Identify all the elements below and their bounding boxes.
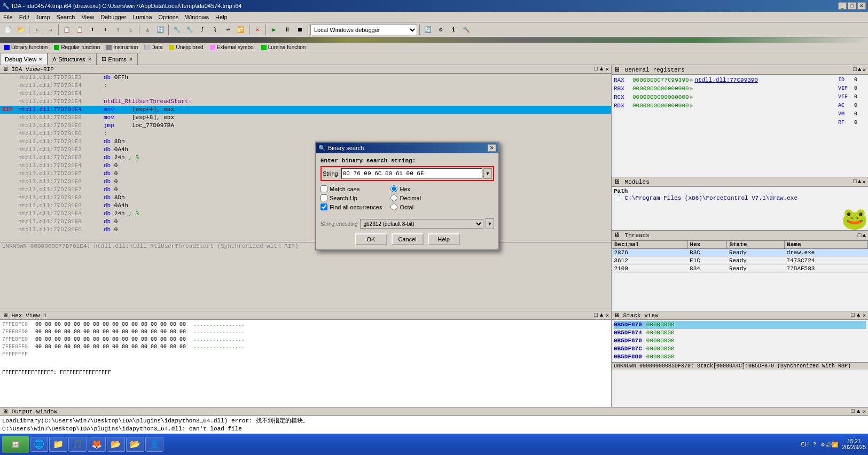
reg-close-btn[interactable]: ✕ (862, 66, 866, 73)
new-button[interactable]: 📄 (2, 24, 14, 36)
check-search-up[interactable] (320, 194, 327, 201)
refresh-button[interactable]: 🔄 (422, 24, 434, 36)
modules-controls[interactable]: □ ▲ ✕ (853, 178, 866, 185)
output-max-btn[interactable]: ▲ (857, 408, 861, 415)
menu-options[interactable]: Options (155, 13, 182, 21)
radio-hex[interactable] (390, 185, 397, 192)
menu-view[interactable]: View (78, 13, 97, 21)
maximize-button[interactable]: □ (848, 2, 856, 10)
tb-btn-9[interactable]: 🔧 (171, 24, 183, 36)
stack-content[interactable]: 0B5DF870 00000000 0B5DF874 00000000 0B5D… (612, 320, 868, 362)
thread-row[interactable]: 2100 834 Ready 77DAF583 (612, 265, 868, 273)
tab-enums-close[interactable]: ✕ (129, 57, 133, 62)
tool-button[interactable]: 🔨 (460, 24, 472, 36)
taskbar-explorer[interactable]: 📁 (49, 437, 67, 452)
tb-btn-2[interactable]: 📋 (74, 24, 85, 36)
dialog-cancel-button[interactable]: Cancel (392, 233, 424, 245)
menu-lumina[interactable]: Lumina (129, 13, 155, 21)
forward-button[interactable]: → (44, 24, 56, 36)
thread-row[interactable]: 3612 E1C Ready 7473C724 (612, 257, 868, 265)
tab-structures-close[interactable]: ✕ (88, 57, 92, 62)
check-find-all[interactable] (320, 203, 327, 210)
check-match-case[interactable] (320, 185, 327, 192)
tb-btn-5[interactable]: ↑ (112, 24, 124, 36)
title-bar-controls[interactable]: _ □ ✕ (838, 2, 866, 10)
tab-enums[interactable]: ⊞ Enums ✕ (97, 53, 138, 65)
tb-btn-8[interactable]: 🔄 (154, 24, 166, 36)
dialog-dropdown-button[interactable]: ▼ (483, 168, 492, 179)
menu-windows[interactable]: Windows (182, 13, 212, 21)
close-button[interactable]: ✕ (857, 2, 866, 10)
tb-btn-11[interactable]: ⤴ (197, 24, 208, 36)
taskbar-firefox[interactable]: 🦊 (88, 437, 106, 452)
menu-debugger[interactable]: Debugger (97, 13, 129, 21)
option-decimal[interactable]: Decimal (390, 194, 421, 201)
tab-structures[interactable]: A Structures ✕ (48, 53, 96, 65)
ida-view-controls[interactable]: □ ▲ ✕ (594, 66, 609, 73)
binary-search-dialog[interactable]: 🔍 Binary search ✕ Enter binary search st… (315, 142, 499, 250)
taskbar-app1[interactable]: 👤 (145, 437, 163, 452)
menu-edit[interactable]: Edit (16, 13, 33, 21)
tb-btn-3[interactable]: ⬆ (87, 24, 98, 36)
menu-help[interactable]: Help (212, 13, 231, 21)
threads-table-wrapper[interactable]: Decimal Hex State Name 2876 B3C Ready (612, 240, 868, 273)
ida-view-close[interactable]: ✕ (605, 66, 609, 73)
debugger-dropdown[interactable]: Local Windows debugger (310, 25, 417, 35)
dialog-close-button[interactable]: ✕ (488, 144, 496, 152)
dialog-ok-button[interactable]: OK (355, 233, 387, 245)
taskbar-media[interactable]: 🎵 (68, 437, 87, 452)
tb-btn-14[interactable]: 🔁 (235, 24, 247, 36)
radio-octal[interactable] (390, 203, 397, 210)
taskbar-ie[interactable]: 🌐 (30, 437, 48, 452)
info-button[interactable]: ℹ (448, 24, 459, 36)
option-find-all[interactable]: Find all occurrences (320, 203, 382, 210)
mod-close-btn[interactable]: ✕ (862, 178, 866, 185)
stack-view-controls[interactable]: □ ▲ ✕ (851, 312, 866, 319)
stop-button[interactable]: ✕ (252, 24, 263, 36)
ida-content[interactable]: ntdll.dll:77D701E3 db 0FFh ntdll.dll:77D… (0, 74, 611, 311)
tb-btn-13[interactable]: ↩ (222, 24, 234, 36)
tb-btn-4[interactable]: ⬇ (99, 24, 111, 36)
menu-file[interactable]: File (0, 13, 16, 21)
tb-btn-7[interactable]: ⚠ (142, 24, 153, 36)
open-button[interactable]: 📂 (15, 24, 27, 36)
thread-row[interactable]: 2876 B3C Ready draw.exe (612, 249, 868, 257)
tb-btn-1[interactable]: 📋 (61, 24, 73, 36)
run-button[interactable]: ▶ (268, 24, 280, 36)
tb-btn-6[interactable]: ↓ (125, 24, 137, 36)
registers-controls[interactable]: □ ▲ ✕ (853, 66, 866, 73)
option-hex[interactable]: Hex (390, 185, 421, 192)
stack-max-btn[interactable]: ▲ (857, 312, 861, 319)
reg-max-btn[interactable]: ▲ (858, 66, 862, 73)
menu-search[interactable]: Search (53, 13, 79, 21)
navigation-strip[interactable] (0, 37, 868, 43)
option-search-up[interactable]: Search Up (320, 194, 382, 201)
dialog-string-input[interactable] (341, 168, 482, 179)
ida-view-max[interactable]: ▲ (600, 66, 604, 73)
hex-content[interactable]: 7FFE0FC0 00 00 00 00 00 00 00 00 00 00 0… (0, 320, 611, 378)
output-close-btn[interactable]: ✕ (862, 408, 866, 415)
option-match-case[interactable]: Match case (320, 185, 382, 192)
dialog-encoding-select[interactable]: gb2312 (default 8-bit) (360, 219, 484, 229)
settings-button[interactable]: ⚙ (435, 24, 447, 36)
pause-button[interactable]: ⏸ (281, 24, 293, 36)
back-button[interactable]: ← (32, 24, 43, 36)
ida-view-float[interactable]: □ (594, 66, 598, 73)
hex-view-controls[interactable]: □ ▲ ✕ (594, 312, 609, 319)
reg-float-btn[interactable]: □ (853, 66, 857, 73)
tab-debug-view[interactable]: Debug View ✕ (0, 53, 48, 65)
radio-decimal[interactable] (390, 194, 397, 201)
minimize-button[interactable]: _ (838, 2, 847, 10)
stack-close-btn[interactable]: ✕ (862, 312, 866, 319)
stack-float-btn[interactable]: □ (851, 312, 855, 319)
menu-jump[interactable]: Jump (33, 13, 53, 21)
hex-float-btn[interactable]: □ (594, 312, 598, 319)
mod-float-btn[interactable]: □ (853, 178, 857, 185)
hex-max-btn[interactable]: ▲ (600, 312, 604, 319)
output-float-btn[interactable]: □ (851, 408, 855, 415)
tb-btn-10[interactable]: 🔧 (184, 24, 196, 36)
output-controls[interactable]: □ ▲ ✕ (851, 408, 866, 415)
dialog-help-button[interactable]: Help (428, 233, 460, 245)
dialog-encoding-dropdown[interactable]: ▼ (486, 218, 494, 229)
start-button[interactable]: 🪟 (2, 436, 29, 453)
